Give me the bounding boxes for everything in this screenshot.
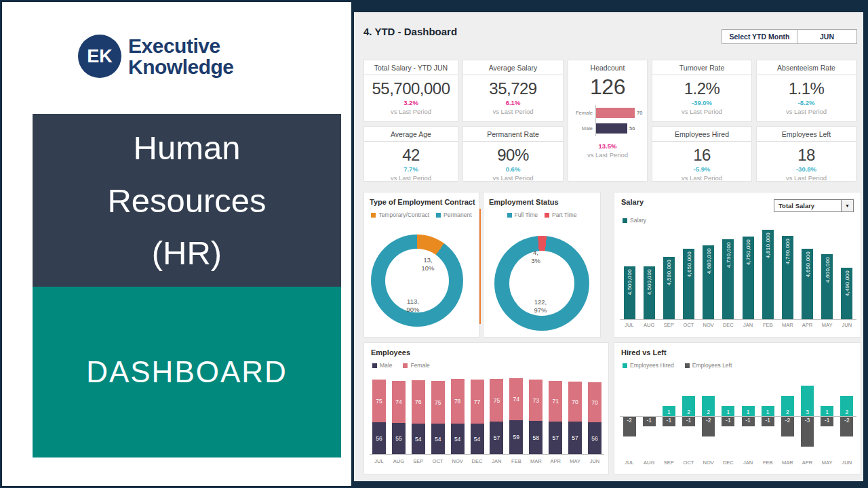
positive-area: 1: [758, 384, 777, 416]
female-segment: 75: [431, 381, 445, 424]
left-bar: -1: [742, 416, 755, 426]
negative-area: -1: [679, 416, 698, 449]
bar-slot: 4,750,000: [738, 230, 757, 319]
bar-slot: 7854: [448, 373, 467, 454]
cover-subtitle: DASHBOARD: [33, 287, 341, 458]
bar-slot: 4,650,000: [798, 230, 817, 319]
bar-value-label: 4,600,000: [824, 257, 830, 283]
male-segment: 57: [549, 422, 562, 454]
kpi-card-employees-hired: Employees Hired 16 -5.9% vs Last Period: [652, 126, 752, 182]
male-segment: 54: [471, 424, 484, 454]
month-label: DEC: [719, 460, 738, 466]
month-label: DEC: [468, 458, 487, 464]
slicer-label[interactable]: Select YTD Month: [722, 30, 797, 43]
chart-title: Hired vs Left: [621, 348, 667, 357]
logo-initials: EK: [87, 46, 113, 67]
salary-bar: 4,500,000: [624, 266, 635, 319]
male-segment: 58: [529, 421, 542, 454]
legend-item: Permanent: [436, 211, 472, 218]
legend-label: Male: [380, 362, 392, 369]
bar-value-label: 4,500,000: [646, 269, 652, 295]
hired-bar: 1: [821, 406, 833, 416]
month-label: JUL: [370, 458, 389, 464]
male-segment: 57: [568, 422, 582, 454]
salary-bar: 4,680,000: [703, 245, 714, 319]
legend-label: Employees Left: [692, 362, 732, 369]
bar-value-label: 1: [722, 409, 734, 415]
negative-area: -2: [837, 416, 856, 449]
salary-bar: 4,730,000: [722, 239, 734, 319]
hired-bar: 1: [742, 406, 755, 416]
month-label: JUL: [620, 322, 639, 328]
negative-area: -2: [620, 416, 639, 449]
month-label: JUL: [620, 460, 639, 466]
bar-value-label: -3: [801, 417, 814, 424]
kpi-title: Permanent Rate: [463, 127, 563, 142]
bar-slot: 7455: [389, 373, 408, 454]
slicer-value-jun[interactable]: JUN: [797, 30, 856, 43]
negative-area: -1: [659, 416, 678, 449]
month-axis: JULAUGSEPOCTNOVDECJANFEBMARAPRMAYJUN: [370, 458, 604, 464]
segment-value-label: 57: [552, 434, 558, 441]
month-label: SEP: [659, 460, 678, 466]
bar-track: 56: [595, 121, 644, 136]
left-bar: -2: [781, 416, 794, 436]
hr-dashboard-screen: EK Executive Knowledge Human Resources (…: [0, 0, 868, 488]
left-bar: -2: [702, 416, 715, 436]
data-label: 113,90%: [406, 298, 419, 313]
positive-area: 1: [719, 384, 738, 416]
month-label: MAR: [778, 460, 797, 466]
legend: Employees HiredEmployees Left: [623, 362, 732, 369]
kpi-card-turnover-rate: Turnover Rate 1.2% -39.0% vs Last Period: [652, 60, 752, 122]
category-label: Male: [574, 125, 595, 131]
segment-value-label: 70: [572, 399, 578, 405]
kpi-title: Total Salary - YTD JUN: [364, 60, 458, 75]
bar-value-label: 4,500,000: [627, 269, 633, 295]
segment-value-label: 75: [376, 398, 382, 405]
bar-slot: 7057: [566, 373, 585, 454]
bar-value-label: 4,730,000: [725, 242, 731, 268]
page-title: 4. YTD - Dashboard: [363, 26, 457, 37]
cover-title: Human Resources (HR): [33, 114, 341, 287]
kpi-title: Employees Left: [757, 127, 856, 142]
hired-bar: 1: [722, 406, 734, 416]
hired-bar: 2: [840, 396, 853, 416]
legend-swatch: [403, 363, 408, 368]
legend-item: Salary: [623, 217, 646, 224]
segment-value-label: 55: [395, 435, 401, 442]
legend-swatch: [371, 213, 376, 218]
dropdown-value: Total Salary: [774, 202, 841, 209]
left-bar: -1: [682, 416, 695, 426]
kpi-caption: vs Last Period: [786, 108, 827, 115]
legend: Temporary/ContractPermanent: [364, 211, 479, 218]
bar-value-label: 2: [781, 409, 794, 415]
hired-bar: 1: [663, 406, 675, 416]
kpi-value: 126: [590, 75, 625, 100]
logo-ek-icon: EK: [78, 35, 121, 78]
chart-title: Employment Status: [489, 198, 559, 206]
bar-slot: 4,650,000: [679, 230, 698, 319]
month-label: MAY: [818, 322, 837, 328]
category-label: Female: [574, 110, 595, 116]
headcount-bar: [596, 108, 635, 118]
female-segment: 74: [509, 378, 523, 420]
segment-value-label: 73: [533, 397, 539, 404]
chevron-down-icon[interactable]: ▼: [841, 200, 853, 211]
female-segment: 71: [549, 381, 562, 422]
salary-metric-dropdown[interactable]: Total Salary ▼: [774, 199, 854, 212]
month-label: JAN: [487, 458, 506, 464]
salary-bar: 4,500,000: [644, 266, 655, 319]
salary-bar: 4,760,000: [782, 236, 793, 319]
bar-slot: 7056: [585, 373, 604, 454]
bar-value-label: -2: [623, 417, 636, 424]
kpi-delta: 3.2%: [403, 99, 418, 106]
left-bar: -1: [821, 416, 833, 426]
bar-value-label: 4,680,000: [705, 248, 711, 274]
salary-bar: 4,750,000: [743, 237, 754, 319]
logo-text: Executive Knowledge: [128, 35, 234, 77]
bar-slot: 7654: [409, 373, 428, 454]
cover-title-line: Resources: [107, 182, 266, 220]
legend-label: Female: [410, 362, 429, 369]
legend-swatch: [372, 363, 377, 368]
left-bar: -1: [643, 416, 656, 426]
